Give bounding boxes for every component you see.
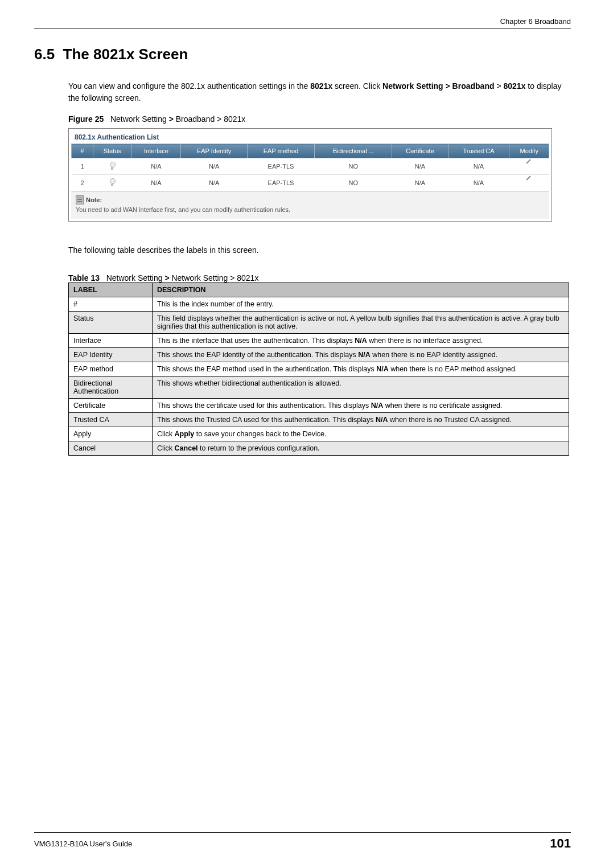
intro-paragraph: You can view and configure the 802.1x au… (68, 80, 571, 104)
col-modify: Modify (509, 144, 549, 158)
col-trusted-ca: Trusted CA (448, 144, 509, 158)
screenshot-panel: 802.1x Authentication List # Status Inte… (68, 128, 552, 222)
desc-table-row: InterfaceThis is the interface that uses… (69, 334, 569, 348)
cell-certificate: N/A (392, 175, 448, 191)
cell-interface: N/A (131, 175, 181, 191)
col-certificate: Certificate (392, 144, 448, 158)
cell-trusted-ca: N/A (448, 175, 509, 191)
desc-cell-description: This shows the certificate used for this… (153, 399, 569, 413)
desc-cell-label: EAP method (69, 362, 153, 376)
section-number: 6.5 (34, 46, 55, 63)
bulb-icon (109, 162, 115, 170)
edit-icon[interactable] (525, 162, 533, 170)
desc-table-row: EAP IdentityThis shows the EAP identity … (69, 348, 569, 362)
col-eap-method: EAP method (247, 144, 314, 158)
cell-eap-method: EAP-TLS (247, 158, 314, 175)
cell-status (93, 175, 131, 191)
desc-cell-label: EAP Identity (69, 348, 153, 362)
bulb-icon (109, 178, 115, 186)
desc-table-row: ApplyClick Apply to save your changes ba… (69, 427, 569, 441)
cell-eap-identity: N/A (181, 158, 247, 175)
desc-table-row: Bidirectional AuthenticationThis shows w… (69, 376, 569, 399)
desc-cell-label: Trusted CA (69, 413, 153, 427)
table-intro-text: The following table describes the labels… (68, 244, 571, 256)
auth-table-header-row: # Status Interface EAP Identity EAP meth… (72, 144, 549, 158)
note-label-text: Note: (86, 196, 102, 203)
desc-head-label: LABEL (69, 283, 153, 297)
col-status: Status (93, 144, 131, 158)
desc-cell-description: This is the index number of the entry. (153, 297, 569, 312)
desc-cell-label: Status (69, 312, 153, 334)
desc-table-row: CancelClick Cancel to return to the prev… (69, 441, 569, 456)
section-title-text: The 8021x Screen (63, 46, 188, 63)
cell-status (93, 158, 131, 175)
chapter-label: Chapter 6 Broadband (500, 17, 571, 26)
note-text: You need to add WAN interface first, and… (76, 206, 545, 213)
description-table: LABEL DESCRIPTION #This is the index num… (68, 282, 569, 456)
cell-interface: N/A (131, 158, 181, 175)
desc-table-row: #This is the index number of the entry. (69, 297, 569, 312)
edit-icon[interactable] (525, 178, 533, 186)
cell-index: 1 (72, 158, 93, 175)
col-index: # (72, 144, 93, 158)
desc-cell-description: This shows the Trusted CA used for this … (153, 413, 569, 427)
desc-head-description: DESCRIPTION (153, 283, 569, 297)
figure-label: Figure 25 (68, 114, 104, 124)
footer-page-number: 101 (550, 836, 571, 851)
auth-list-table: # Status Interface EAP Identity EAP meth… (71, 144, 549, 191)
desc-cell-label: Interface (69, 334, 153, 348)
footer-guide-name: VMG1312-B10A User's Guide (34, 840, 132, 848)
desc-cell-label: Certificate (69, 399, 153, 413)
figure-caption: Figure 25 Network Setting > Broadband > … (68, 114, 571, 124)
desc-cell-description: This shows the EAP identity of the authe… (153, 348, 569, 362)
desc-table-row: StatusThis field displays whether the au… (69, 312, 569, 334)
screenshot-note: Note: You need to add WAN interface firs… (71, 191, 549, 219)
desc-cell-description: This shows whether bidirectional authent… (153, 376, 569, 399)
section-heading: 6.5 The 8021x Screen (34, 46, 571, 63)
desc-cell-label: Bidirectional Authentication (69, 376, 153, 399)
desc-cell-label: Cancel (69, 441, 153, 456)
col-interface: Interface (131, 144, 181, 158)
cell-trusted-ca: N/A (448, 158, 509, 175)
desc-cell-description: This is the interface that uses the auth… (153, 334, 569, 348)
desc-cell-description: Click Apply to save your changes back to… (153, 427, 569, 441)
cell-eap-method: EAP-TLS (247, 175, 314, 191)
cell-modify (509, 158, 549, 175)
desc-cell-label: Apply (69, 427, 153, 441)
desc-cell-description: This field displays whether the authenti… (153, 312, 569, 334)
auth-table-row: 2N/AN/AEAP-TLSNON/AN/A (72, 175, 549, 191)
cell-bidirectional: NO (315, 158, 392, 175)
table-caption: Table 13 Network Setting > Network Setti… (68, 273, 571, 282)
desc-cell-label: # (69, 297, 153, 312)
auth-table-row: 1N/AN/AEAP-TLSNON/AN/A (72, 158, 549, 175)
col-bidirectional: Bidirectional ... (315, 144, 392, 158)
col-eap-identity: EAP Identity (181, 144, 247, 158)
table-label: Table 13 (68, 273, 100, 282)
cell-index: 2 (72, 175, 93, 191)
desc-cell-description: Click Cancel to return to the previous c… (153, 441, 569, 456)
cell-modify (509, 175, 549, 191)
cell-bidirectional: NO (315, 175, 392, 191)
cell-certificate: N/A (392, 158, 448, 175)
page-footer: VMG1312-B10A User's Guide 101 (34, 832, 571, 851)
desc-table-row: EAP methodThis shows the EAP method used… (69, 362, 569, 376)
desc-table-row: Trusted CAThis shows the Trusted CA used… (69, 413, 569, 427)
note-icon (76, 195, 84, 204)
screenshot-title: 802.1x Authentication List (71, 131, 549, 144)
cell-eap-identity: N/A (181, 175, 247, 191)
desc-table-row: CertificateThis shows the certificate us… (69, 399, 569, 413)
desc-cell-description: This shows the EAP method used in the au… (153, 362, 569, 376)
page-header: Chapter 6 Broadband (34, 17, 571, 28)
